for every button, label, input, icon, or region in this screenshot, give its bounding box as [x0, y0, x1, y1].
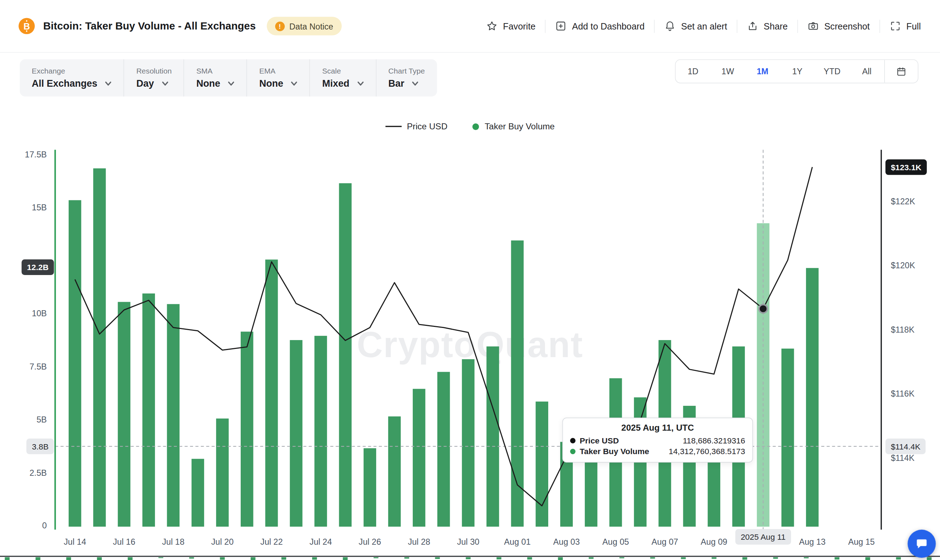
legend-volume-label: Taker Buy Volume	[485, 122, 555, 131]
set-alert-label: Set an alert	[681, 21, 727, 31]
favorite-label: Favorite	[503, 21, 535, 31]
tooltip-volume-label: Taker Buy Volume	[580, 447, 649, 456]
exchange-filter-value: All Exchanges	[32, 78, 97, 89]
tooltip-price-label: Price USD	[580, 436, 619, 445]
legend-taker-buy-volume[interactable]: Taker Buy Volume	[469, 121, 558, 132]
page-title: Bitcoin: Taker Buy Volume - All Exchange…	[43, 20, 256, 32]
volume-dot-icon	[570, 449, 576, 454]
filter-bar: Exchange All Exchanges Resolution Day SM…	[20, 59, 437, 97]
ema-filter-value: None	[259, 78, 283, 89]
sma-filter-dropdown[interactable]: SMA None	[184, 59, 247, 97]
calendar-button[interactable]	[884, 60, 918, 83]
favorite-button[interactable]: Favorite	[486, 20, 536, 32]
add-to-dashboard-label: Add to Dashboard	[572, 21, 644, 31]
camera-icon	[807, 20, 819, 32]
chat-support-button[interactable]	[908, 530, 936, 558]
divider	[737, 20, 737, 33]
crosshair-date-badge: 2025 Aug 11	[735, 529, 791, 545]
dot-swatch	[473, 123, 479, 130]
ema-filter-dropdown[interactable]: EMA None	[247, 59, 310, 97]
resolution-filter-value: Day	[136, 78, 154, 89]
share-icon	[747, 20, 758, 32]
tooltip-price-row: Price USD 118,686.3219316	[570, 436, 745, 445]
crosshair-volume-badge: 3.8B	[27, 438, 54, 454]
share-label: Share	[764, 21, 788, 31]
chart-type-filter-label: Chart Type	[388, 67, 425, 75]
crosshair-price-badge: $114.4K	[886, 438, 926, 454]
screenshot-label: Screenshot	[824, 21, 870, 31]
chart-type-filter-value: Bar	[388, 78, 404, 89]
range-1d-button[interactable]: 1D	[675, 60, 710, 83]
chevron-down-icon	[228, 80, 235, 87]
share-button[interactable]: Share	[747, 20, 788, 32]
range-all-button[interactable]: All	[849, 60, 884, 83]
fullscreen-label: Full	[906, 21, 921, 31]
data-notice-label: Data Notice	[290, 21, 333, 31]
sma-filter-value: None	[196, 78, 220, 89]
chart-tooltip: 2025 Aug 11, UTC Price USD 118,686.32193…	[562, 417, 753, 462]
latest-price-badge: $123.1K	[886, 160, 927, 175]
chevron-down-icon	[357, 80, 364, 87]
svg-text:B: B	[23, 21, 30, 31]
chevron-down-icon	[105, 80, 112, 87]
divider	[879, 20, 880, 33]
chevron-down-icon	[412, 80, 419, 87]
header-left: B Bitcoin: Taker Buy Volume - All Exchan…	[18, 17, 341, 35]
exchange-filter-dropdown[interactable]: Exchange All Exchanges	[20, 59, 125, 97]
exchange-filter-label: Exchange	[32, 67, 112, 75]
expand-icon	[889, 20, 901, 32]
tooltip-title: 2025 Aug 11, UTC	[570, 423, 745, 432]
chat-icon	[915, 537, 929, 551]
legend-price-usd[interactable]: Price USD	[382, 121, 451, 132]
screenshot-button[interactable]: Screenshot	[807, 20, 870, 32]
fullscreen-button[interactable]: Full	[889, 20, 921, 32]
resolution-filter-label: Resolution	[136, 67, 172, 75]
chart-legend: Price USD Taker Buy Volume	[0, 121, 940, 132]
tooltip-volume-value: 14,312,760,368.5173	[669, 447, 745, 456]
dashboard-plus-icon	[555, 20, 567, 32]
range-1w-button[interactable]: 1W	[710, 60, 745, 83]
divider	[797, 20, 798, 33]
chevron-down-icon	[162, 80, 168, 87]
scale-filter-dropdown[interactable]: Scale Mixed	[310, 59, 376, 97]
data-notice-badge[interactable]: ! Data Notice	[267, 17, 342, 35]
legend-price-label: Price USD	[407, 122, 447, 131]
set-alert-button[interactable]: Set an alert	[664, 20, 727, 32]
bell-icon	[664, 20, 676, 32]
add-to-dashboard-button[interactable]: Add to Dashboard	[555, 20, 644, 32]
ema-filter-label: EMA	[259, 67, 297, 75]
scale-filter-label: Scale	[322, 67, 364, 75]
divider	[654, 20, 655, 33]
cryptoquant-chart-page: B Bitcoin: Taker Buy Volume - All Exchan…	[0, 0, 940, 560]
star-icon	[486, 20, 498, 32]
scale-filter-value: Mixed	[322, 78, 349, 89]
tooltip-price-value: 118,686.3219316	[683, 436, 745, 445]
calendar-icon	[896, 66, 906, 76]
tooltip-volume-row: Taker Buy Volume 14,312,760,368.5173	[570, 447, 745, 456]
divider	[545, 20, 546, 33]
chart-type-filter-dropdown[interactable]: Chart Type Bar	[376, 59, 437, 97]
chevron-down-icon	[291, 80, 298, 87]
latest-volume-badge: 12.2B	[22, 259, 54, 275]
range-1m-button[interactable]: 1M	[745, 60, 780, 83]
header-actions: Favorite Add to Dashboard Set an alert S…	[486, 20, 921, 33]
range-1y-button[interactable]: 1Y	[780, 60, 815, 83]
line-swatch	[385, 126, 402, 127]
bitcoin-icon: B	[18, 18, 35, 34]
range-selector: 1D 1W 1M 1Y YTD All	[675, 59, 918, 83]
price-dot-icon	[570, 438, 576, 443]
warning-icon: !	[275, 21, 284, 31]
resolution-filter-dropdown[interactable]: Resolution Day	[125, 59, 185, 97]
sma-filter-label: SMA	[196, 67, 235, 75]
chart-header: B Bitcoin: Taker Buy Volume - All Exchan…	[0, 0, 940, 52]
range-ytd-button[interactable]: YTD	[815, 60, 850, 83]
